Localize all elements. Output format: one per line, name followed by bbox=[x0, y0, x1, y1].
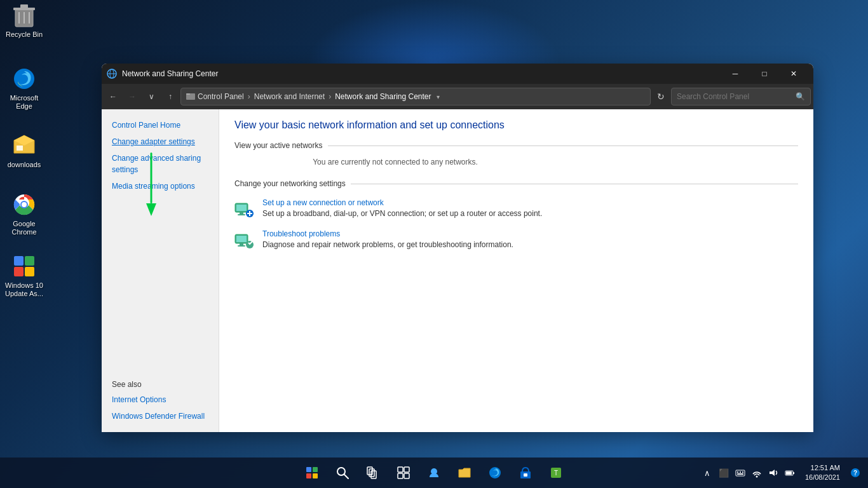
svg-rect-36 bbox=[306, 473, 311, 478]
troubleshoot-link[interactable]: Troubleshoot problems bbox=[262, 229, 798, 238]
svg-rect-23 bbox=[236, 205, 247, 211]
networking-settings-title: Change your networking settings bbox=[234, 179, 346, 188]
svg-rect-45 bbox=[398, 473, 403, 478]
new-connection-desc: Set up a broadband, dial-up, or VPN conn… bbox=[262, 209, 542, 218]
svg-rect-46 bbox=[404, 473, 409, 478]
networking-settings-header: Change your networking settings bbox=[234, 179, 798, 188]
minimize-button[interactable]: ─ bbox=[721, 64, 750, 84]
svg-rect-35 bbox=[313, 467, 318, 472]
sidebar-control-panel-home[interactable]: Control Panel Home bbox=[102, 117, 219, 133]
desktop-icon-chrome[interactable]: Google Chrome bbox=[1, 189, 47, 239]
svg-rect-15 bbox=[14, 267, 24, 276]
file-explorer-button[interactable] bbox=[451, 459, 478, 487]
svg-point-49 bbox=[489, 467, 501, 478]
refresh-button[interactable]: ↻ bbox=[652, 88, 670, 105]
systray-chevron[interactable]: ∧ bbox=[700, 465, 715, 480]
breadcrumb-network-internet[interactable]: Network and Internet bbox=[254, 92, 325, 101]
chat-button[interactable] bbox=[420, 459, 448, 487]
breadcrumb-control-panel[interactable]: Control Panel bbox=[198, 92, 244, 101]
systray-volume[interactable] bbox=[766, 465, 781, 480]
desktop-icon-recycle-bin[interactable]: Recycle Bin bbox=[1, 0, 47, 41]
troubleshoot-icon bbox=[234, 229, 255, 250]
page-title: View your basic network information and … bbox=[234, 119, 798, 131]
svg-rect-55 bbox=[737, 471, 738, 473]
system-tray: ∧ ⬛ bbox=[700, 463, 863, 483]
svg-point-38 bbox=[337, 468, 345, 475]
desktop: Recycle Bin Microsoft Edge downloads bbox=[0, 0, 868, 488]
back-button[interactable]: ← bbox=[104, 88, 122, 105]
titlebar: Network and Sharing Center ─ □ ✕ bbox=[102, 64, 813, 84]
up-button[interactable]: ↑ bbox=[161, 88, 179, 105]
svg-rect-63 bbox=[786, 471, 792, 475]
active-networks-title: View your active networks bbox=[234, 141, 323, 150]
svg-point-12 bbox=[22, 202, 27, 207]
svg-rect-14 bbox=[25, 256, 34, 266]
desktop-icon-win-update[interactable]: Windows 10 Update As... bbox=[1, 251, 47, 301]
taskbar-app-button[interactable]: T bbox=[542, 459, 570, 487]
edge-label: Microsoft Edge bbox=[4, 94, 44, 111]
desktop-icon-downloads[interactable]: downloads bbox=[1, 130, 47, 172]
task-view-button[interactable] bbox=[359, 459, 387, 487]
svg-text:T: T bbox=[554, 470, 558, 477]
sidebar-change-advanced[interactable]: Change advanced sharing settings bbox=[102, 150, 219, 178]
active-networks-header: View your active networks bbox=[234, 141, 798, 150]
sidebar-windows-firewall[interactable]: Windows Defender Firewall bbox=[102, 408, 219, 424]
clock-time: 12:51 AM bbox=[805, 463, 840, 473]
svg-rect-2 bbox=[20, 4, 28, 8]
address-dropdown-icon[interactable]: ▾ bbox=[437, 93, 440, 100]
search-icon[interactable]: 🔍 bbox=[796, 92, 805, 101]
taskbar-search-button[interactable] bbox=[329, 459, 356, 487]
chrome-label: Google Chrome bbox=[4, 220, 44, 236]
troubleshoot-desc: Diagnose and repair network problems, or… bbox=[262, 240, 513, 249]
svg-rect-56 bbox=[740, 471, 741, 473]
svg-rect-57 bbox=[742, 471, 743, 473]
windows-update-label: Windows 10 Update As... bbox=[4, 281, 44, 298]
desktop-icon-edge[interactable]: Microsoft Edge bbox=[1, 64, 47, 113]
edge-icon bbox=[11, 66, 37, 92]
svg-point-6 bbox=[14, 69, 34, 89]
svg-rect-31 bbox=[240, 243, 243, 245]
svg-rect-13 bbox=[14, 256, 24, 266]
address-box[interactable]: Control Panel › Network and Internet › N… bbox=[180, 88, 651, 105]
clock[interactable]: 12:51 AM 16/08/2021 bbox=[800, 463, 845, 483]
network-sharing-window: Network and Sharing Center ─ □ ✕ ← → ∨ ↑ bbox=[102, 64, 813, 432]
systray-battery[interactable] bbox=[782, 465, 797, 480]
clock-date: 16/08/2021 bbox=[805, 473, 840, 482]
recent-button[interactable]: ∨ bbox=[142, 88, 160, 105]
svg-rect-62 bbox=[793, 472, 794, 474]
svg-text:?: ? bbox=[853, 470, 857, 477]
start-button[interactable] bbox=[298, 459, 326, 487]
systray-keyboard[interactable] bbox=[733, 465, 748, 480]
troubleshoot-item: Troubleshoot problems Diagnose and repai… bbox=[234, 224, 798, 255]
svg-point-59 bbox=[756, 476, 757, 478]
window-content: Control Panel Home Change adapter settin… bbox=[102, 109, 813, 432]
widgets-button[interactable] bbox=[390, 459, 417, 487]
svg-rect-32 bbox=[238, 245, 245, 247]
search-box[interactable]: 🔍 bbox=[671, 88, 811, 105]
window-icon bbox=[107, 69, 117, 79]
forward-button[interactable]: → bbox=[123, 88, 141, 105]
store-button[interactable] bbox=[512, 459, 539, 487]
new-connection-link[interactable]: Set up a new connection or network bbox=[262, 198, 798, 207]
svg-rect-9 bbox=[17, 146, 23, 151]
svg-line-39 bbox=[344, 475, 348, 478]
sidebar-change-adapter[interactable]: Change adapter settings bbox=[102, 133, 219, 150]
search-input[interactable] bbox=[677, 92, 793, 101]
sidebar-media-streaming[interactable]: Media streaming options bbox=[102, 178, 219, 194]
window-title: Network and Sharing Center bbox=[122, 69, 715, 78]
systray-security[interactable]: ⬛ bbox=[716, 465, 731, 480]
sidebar-internet-options[interactable]: Internet Options bbox=[102, 391, 219, 408]
new-connection-item: Set up a new connection or network Set u… bbox=[234, 193, 798, 224]
active-networks-status: You are currently not connected to any n… bbox=[234, 155, 798, 169]
troubleshoot-info: Troubleshoot problems Diagnose and repai… bbox=[262, 229, 798, 250]
recycle-bin-icon bbox=[11, 3, 37, 28]
maximize-button[interactable]: □ bbox=[750, 64, 779, 84]
windows-update-icon bbox=[11, 254, 37, 279]
taskbar-edge-button[interactable] bbox=[481, 459, 509, 487]
systray-network[interactable] bbox=[749, 465, 764, 480]
taskbar: T ∧ ⬛ bbox=[0, 458, 868, 488]
close-button[interactable]: ✕ bbox=[779, 64, 808, 84]
notification-icon[interactable]: ? bbox=[848, 465, 863, 480]
networking-settings-divider bbox=[351, 184, 798, 184]
sidebar: Control Panel Home Change adapter settin… bbox=[102, 109, 219, 432]
